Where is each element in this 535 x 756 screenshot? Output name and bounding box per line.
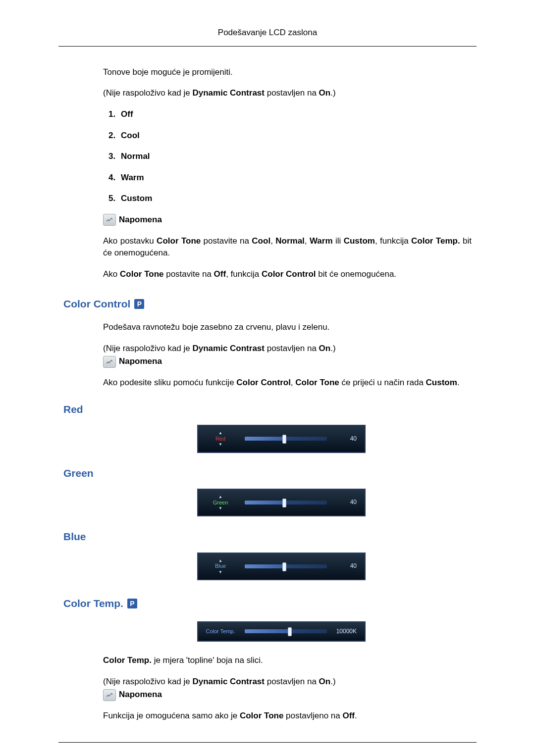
note-row: Napomena xyxy=(103,689,472,701)
text: će prijeći u način rada xyxy=(339,378,426,387)
text-bold: On xyxy=(319,344,331,353)
note-row: Napomena xyxy=(103,214,472,226)
osd-label-text: Green xyxy=(213,500,228,505)
ct-note-p: Funkcija je omogućena samo ako je Color … xyxy=(103,710,472,722)
slider-track[interactable] xyxy=(245,437,327,441)
page-header-title: Podešavanje LCD zaslona xyxy=(58,25,477,42)
text: postavljen na xyxy=(265,344,319,353)
text-bold: Color Tone xyxy=(157,236,201,246)
text: Funkcija je omogućena samo ako je xyxy=(103,711,240,720)
text-bold: Custom xyxy=(426,378,457,387)
slider-fill xyxy=(245,564,284,568)
text: .) xyxy=(330,344,335,353)
arrow-down-icon: ▼ xyxy=(203,570,238,575)
text: Ako podesite sliku pomoću funkcije xyxy=(103,378,236,387)
note-row: Napomena xyxy=(103,355,472,368)
cc-desc: Podešava ravnotežu boje zasebno za crven… xyxy=(103,321,472,334)
text-bold: Cool xyxy=(252,236,270,246)
text: , funkcija xyxy=(226,269,262,279)
heading-color-temp: Color Temp. P xyxy=(63,596,472,611)
text: (Nije raspoloživo kad je xyxy=(103,344,192,353)
text: postavite na xyxy=(163,269,214,279)
slider-knob[interactable] xyxy=(282,435,286,444)
text-bold: Color Temp. xyxy=(411,236,460,246)
text-bold: Color Temp. xyxy=(103,655,152,665)
intro-block: Tonove boje moguće je promijeniti. (Nije… xyxy=(103,66,472,281)
note1-p2: Ako Color Tone postavite na Off, funkcij… xyxy=(103,268,472,281)
text: , funkcija xyxy=(375,236,411,246)
note-label: Napomena xyxy=(119,689,162,701)
note-label: Napomena xyxy=(119,214,162,226)
arrow-down-icon: ▼ xyxy=(203,506,238,511)
osd-label-text: Red xyxy=(215,436,225,442)
arrow-up-icon: ▲ xyxy=(203,495,238,500)
text-bold: Color Tone xyxy=(240,711,283,720)
heading-color-control: Color Control P xyxy=(63,297,472,311)
slider-knob[interactable] xyxy=(282,499,286,507)
note-icon xyxy=(103,356,116,368)
slider-value: 40 xyxy=(334,435,357,443)
text: (Nije raspoloživo kad je xyxy=(103,677,192,686)
slider-track[interactable] xyxy=(245,629,327,633)
color-control-block: Podešava ravnotežu boje zasebno za crven… xyxy=(103,321,472,389)
text: , xyxy=(270,236,275,246)
text-bold: Color Tone xyxy=(120,269,163,279)
text-bold: Off xyxy=(214,269,226,279)
text: .) xyxy=(330,88,335,98)
note1-p1: Ako postavku Color Tone postavite na Coo… xyxy=(103,235,472,259)
slider-value: 40 xyxy=(334,498,357,506)
slider-value: 40 xyxy=(334,562,357,570)
text-bold: Off xyxy=(342,711,355,720)
osd-label: ▲ Green ▼ xyxy=(203,495,238,510)
option-off: Off xyxy=(118,108,472,121)
text: Ako postavku xyxy=(103,236,157,246)
heading-red: Red xyxy=(63,402,472,417)
text: , xyxy=(305,236,310,246)
text: postavljen na xyxy=(265,677,319,686)
options-list: Off Cool Normal Warm Custom xyxy=(103,108,472,205)
text-bold: Dynamic Contrast xyxy=(192,677,264,686)
note-label: Napomena xyxy=(119,355,162,368)
text-bold: On xyxy=(319,88,331,98)
heading-text: Color Temp. xyxy=(63,596,123,611)
text-bold: Custom xyxy=(344,236,375,246)
osd-label-text: Color Temp. xyxy=(206,628,235,634)
text-bold: Color Tone xyxy=(295,378,339,387)
option-cool: Cool xyxy=(118,130,472,142)
slider-fill xyxy=(245,629,290,633)
osd-label: Color Temp. xyxy=(203,628,238,635)
osd-label: ▲ Blue ▼ xyxy=(203,558,238,574)
option-normal: Normal xyxy=(118,151,472,163)
osd-slider-blue: ▲ Blue ▼ 40 xyxy=(197,553,366,580)
text: postavite na xyxy=(201,236,252,246)
slider-knob[interactable] xyxy=(282,562,286,571)
text: ili xyxy=(333,236,344,246)
slider-track[interactable] xyxy=(245,501,327,504)
text-bold: On xyxy=(319,677,331,686)
text-bold: Color Control xyxy=(236,378,291,387)
cc-note-p: Ako podesite sliku pomoću funkcije Color… xyxy=(103,377,472,389)
heading-green: Green xyxy=(63,466,472,481)
intro-line2: (Nije raspoloživo kad je Dynamic Contras… xyxy=(103,87,472,100)
ct-desc: Color Temp. je mjera 'topline' boja na s… xyxy=(103,655,472,667)
osd-slider-red: ▲ Red ▼ 40 xyxy=(197,425,366,453)
p-badge-icon: P xyxy=(134,299,144,309)
footer-rule xyxy=(58,742,477,743)
note-icon xyxy=(103,689,116,701)
heading-text: Color Control xyxy=(63,297,130,311)
slider-track[interactable] xyxy=(245,564,327,568)
arrow-up-icon: ▲ xyxy=(203,558,238,563)
page: Podešavanje LCD zaslona Tonove boje mogu… xyxy=(0,0,535,756)
text: .) xyxy=(330,677,335,686)
osd-label: ▲ Red ▼ xyxy=(203,431,238,447)
slider-knob[interactable] xyxy=(288,627,292,636)
osd-slider-colortemp: Color Temp. 10000K xyxy=(197,621,366,642)
text: postavljeno na xyxy=(283,711,342,720)
note-icon xyxy=(103,214,116,226)
text: , xyxy=(291,378,295,387)
text-bold: Dynamic Contrast xyxy=(192,88,264,98)
option-custom: Custom xyxy=(118,193,472,205)
osd-slider-green: ▲ Green ▼ 40 xyxy=(197,489,366,516)
text: (Nije raspoloživo kad je xyxy=(103,88,192,98)
text: . xyxy=(355,711,357,720)
